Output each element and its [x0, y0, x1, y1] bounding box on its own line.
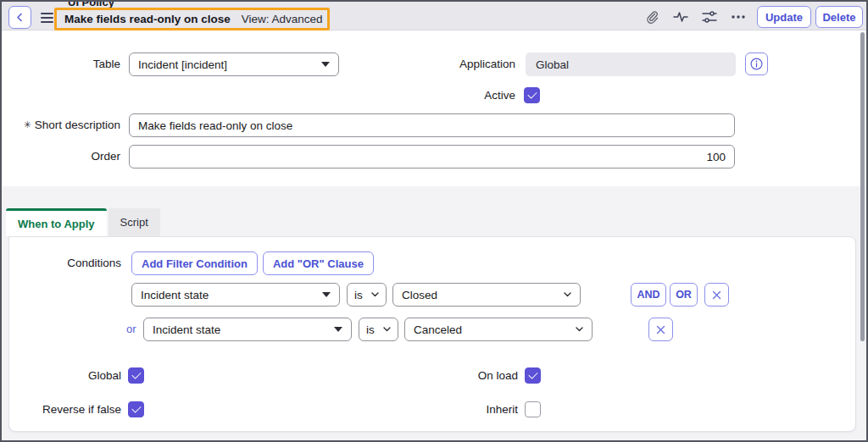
on-load-label: On load [391, 367, 518, 384]
and-button[interactable]: AND [631, 283, 666, 307]
short-description-label: ✳Short description [2, 113, 120, 137]
chevron-left-icon [15, 13, 25, 22]
conditions-label: Conditions [9, 251, 121, 274]
personalize-form-button[interactable] [701, 8, 718, 25]
order-input[interactable] [129, 145, 735, 169]
header-bar: UI Policy Make fields read-only on close… [2, 2, 866, 30]
inherit-checkbox[interactable] [525, 401, 541, 417]
table-select[interactable]: Incident [incident] [129, 52, 339, 76]
global-label: Global [9, 367, 121, 384]
tab-script[interactable]: Script [108, 208, 160, 236]
reverse-if-false-label: Reverse if false [9, 401, 121, 417]
condition-value-value: Canceled [414, 323, 570, 336]
condition-value-value: Closed [402, 289, 559, 301]
remove-condition-button[interactable] [648, 318, 673, 341]
short-description-input[interactable] [129, 113, 735, 137]
ellipsis-icon [731, 15, 746, 19]
condition-operator-value: is [354, 289, 366, 301]
or-prefix-label: or [126, 323, 136, 335]
add-filter-condition-button[interactable]: Add Filter Condition [131, 251, 258, 275]
chevron-down-icon [383, 327, 391, 332]
tab-section: When to Apply Script Conditions Add Filt… [2, 186, 866, 442]
reverse-if-false-checkbox[interactable] [128, 401, 144, 417]
active-checkbox[interactable] [524, 87, 540, 103]
required-field-icon: ✳ [23, 119, 31, 130]
condition-buttons: Add Filter Condition Add "OR" Clause [131, 251, 374, 275]
on-load-checkbox[interactable] [525, 367, 541, 384]
sliders-icon [702, 11, 717, 23]
table-label: Table [2, 52, 120, 76]
condition-operator-value: is [366, 323, 378, 336]
close-x-icon [656, 325, 665, 334]
application-field[interactable]: Global [526, 52, 736, 76]
condition-operator-select[interactable]: is [347, 283, 387, 307]
back-button[interactable] [8, 6, 31, 29]
dropdown-arrow-icon [321, 62, 330, 67]
dropdown-arrow-icon [334, 327, 342, 332]
tab-strip: When to Apply Script [6, 208, 160, 236]
activity-stream-icon [673, 11, 688, 23]
form-section: Table Incident [incident] Application Gl… [2, 31, 866, 186]
order-label: Order [2, 145, 120, 169]
application-value: Global [536, 58, 569, 71]
or-button[interactable]: OR [670, 283, 698, 307]
condition-value-select[interactable]: Closed [392, 283, 581, 307]
chevron-down-icon [564, 292, 571, 297]
when-to-apply-panel: Conditions Add Filter Condition Add "OR"… [8, 236, 856, 432]
condition-value-select[interactable]: Canceled [404, 318, 593, 341]
short-description-label-text: Short description [35, 119, 120, 131]
title-highlight-box: Make fields read-only on close View: Adv… [54, 8, 330, 30]
dropdown-arrow-icon [322, 292, 331, 297]
condition-field-value: Incident state [141, 289, 317, 301]
active-label: Active [397, 87, 515, 103]
delete-button[interactable]: Delete [815, 6, 863, 28]
info-circle-icon [750, 58, 763, 70]
hamburger-menu-icon[interactable] [41, 10, 53, 22]
condition-field-value: Incident state [153, 323, 329, 336]
condition-field-select[interactable]: Incident state [131, 283, 340, 307]
application-info-button[interactable] [745, 52, 768, 75]
more-options-button[interactable] [730, 8, 747, 25]
chevron-down-icon [371, 292, 379, 297]
inherit-label: Inherit [391, 401, 518, 417]
tab-when-to-apply[interactable]: When to Apply [6, 208, 107, 236]
global-checkbox[interactable] [128, 367, 144, 384]
chevron-down-icon [576, 327, 583, 332]
ui-policy-form-screen: UI Policy Make fields read-only on close… [0, 0, 868, 442]
record-title: Make fields read-only on close [64, 13, 231, 25]
condition-operator-select[interactable]: is [359, 318, 398, 341]
add-or-clause-button[interactable]: Add "OR" Clause [263, 251, 374, 275]
paperclip-icon [645, 10, 659, 25]
close-x-icon [712, 290, 721, 300]
remove-condition-button[interactable] [704, 283, 729, 307]
table-select-value: Incident [incident] [138, 58, 316, 71]
update-button[interactable]: Update [757, 6, 811, 28]
activity-stream-button[interactable] [672, 8, 689, 25]
scrollbar-thumb[interactable] [860, 32, 865, 341]
condition-field-select[interactable]: Incident state [143, 318, 352, 341]
attachment-button[interactable] [643, 8, 660, 25]
application-label: Application [397, 52, 515, 76]
view-label: View: Advanced [242, 13, 323, 25]
